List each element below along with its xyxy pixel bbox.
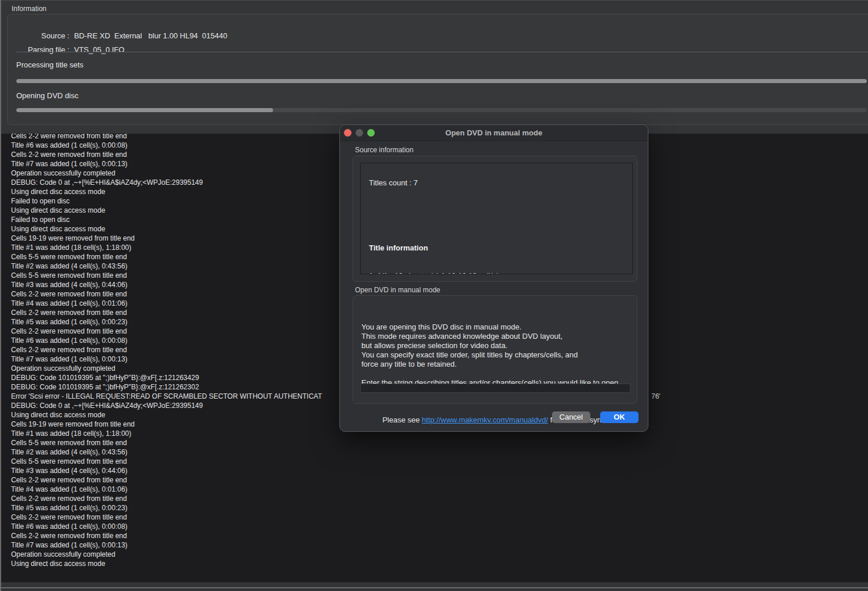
minimize-icon[interactable] (356, 129, 363, 137)
source-information-textbox[interactable]: Titles count : 7 Title information 1: 1/… (360, 163, 633, 274)
log-line: Title #6 was added (1 cell(s), 0:00:08) (11, 522, 322, 531)
window-left-border (0, 0, 1, 591)
log-line: Title #6 was added (1 cell(s), 0:00:08) (11, 141, 322, 150)
log-line: Operation successfully completed (11, 550, 322, 559)
log-line: DEBUG: Code 0 at ,~+[%E+HI&A$iAZ4dy;<WPJ… (11, 401, 322, 410)
task2-progressbar (16, 108, 867, 112)
log-line: Title #1 was added (18 cell(s), 1:18:00) (11, 243, 322, 252)
log-line: Title #4 was added (1 cell(s), 0:01:06) (11, 299, 322, 308)
log-line: Failed to open disc (11, 215, 322, 224)
log-line: Cells 5-5 were removed from title end (11, 271, 322, 280)
bottom-divider-line (0, 588, 868, 588)
close-icon[interactable] (344, 129, 351, 137)
log-line: Cells 5-5 were removed from title end (11, 457, 322, 466)
task1-progressbar (16, 79, 867, 83)
log-line: Cells 2-2 were removed from title end (11, 494, 322, 503)
log-line: Failed to open disc (11, 196, 322, 206)
log-line: Cells 2-2 were removed from title end (11, 150, 322, 159)
open-dvd-manual-mode-dialog: Open DVD in manual mode Source informati… (339, 124, 648, 432)
titles-count-line: Titles count : 7 (369, 178, 499, 188)
task2-progress-fill (16, 108, 273, 112)
log-line: Title #7 was added (1 cell(s), 0:00:13) (11, 540, 322, 550)
log-line: Using direct disc access mode (11, 410, 322, 420)
dialog-title: Open DVD in manual mode (340, 125, 648, 141)
information-group-label: Information (12, 5, 46, 13)
source-information-groupbox: Titles count : 7 Title information 1: 1/… (353, 156, 637, 282)
manualdvd-syntax-link[interactable]: http://www.makemkv.com/manualdvd/ (422, 416, 548, 424)
task1-label: Processing title sets (16, 60, 84, 69)
log-line: Title #4 was added (1 cell(s), 0:01:06) (11, 485, 322, 494)
log-line: Title #7 was added (1 cell(s), 0:00:13) (11, 159, 322, 169)
manual-mode-text-line: but allows preciese selection for video … (361, 341, 620, 350)
title-lines: 1: 1/1 - 19 chapter(s) 1:18:10 19 cell(s… (369, 271, 499, 274)
log-line: Using direct disc access mode (11, 187, 322, 196)
dialog-titlebar[interactable]: Open DVD in manual mode (340, 125, 648, 141)
cancel-button[interactable]: Cancel (552, 411, 590, 423)
task2-label: Opening DVD disc (16, 91, 78, 100)
log-line: Title #7 was added (1 cell(s), 0:00:13) (11, 354, 322, 364)
manual-mode-text-line: You are opening this DVD disc in manual … (361, 323, 620, 332)
log-line: Title #3 was added (4 cell(s), 0:44:06) (11, 280, 322, 289)
log-line: Using direct disc access mode (11, 224, 322, 234)
manual-mode-text-line: force any title to be retained. (361, 360, 620, 369)
log-line-overflow-fragment: 76' (651, 392, 661, 401)
log-line: Cells 2-2 were removed from title end (11, 345, 322, 354)
log-line: Title #3 was added (4 cell(s), 0:44:06) (11, 466, 322, 475)
log-line: DEBUG: Code 101019395 at ";)bfHyP"B}:@xF… (11, 382, 322, 392)
manual-mode-group-label: Open DVD in manual mode (355, 286, 440, 294)
log-line: Cells 2-2 were removed from title end (11, 513, 322, 522)
zoom-icon[interactable] (367, 129, 375, 137)
app-window: Information Source :BD-RE XD External bl… (0, 0, 868, 591)
log-line: Title #1 was added (18 cell(s), 1:18:00) (11, 429, 322, 438)
log-line: Cells 2-2 were removed from title end (11, 134, 322, 141)
log-line: Cells 19-19 were removed from title end (11, 234, 322, 243)
log-lines: Cells 2-2 were removed from title endTit… (11, 134, 322, 568)
log-line: Title #2 was added (4 cell(s), 0:43:56) (11, 447, 322, 457)
ok-button[interactable]: OK (600, 411, 639, 423)
log-line: Using direct disc access mode (11, 206, 322, 215)
log-line: Title #5 was added (1 cell(s), 0:00:23) (11, 503, 322, 513)
manual-mode-body-lines: You are opening this DVD disc in manual … (361, 323, 620, 388)
manual-mode-text-line: This mode requires advanced knowledge ab… (361, 332, 620, 341)
parsing-file-value: VTS_05_0.IFO (74, 45, 124, 54)
manual-mode-text-line (361, 369, 620, 378)
log-line: Title #6 was added (1 cell(s), 0:00:08) (11, 336, 322, 345)
title-string-input[interactable] (360, 384, 630, 393)
log-line: Cells 2-2 were removed from title end (11, 289, 322, 299)
log-line: Error 'Scsi error - ILLEGAL REQUEST:READ… (11, 392, 322, 401)
title-information-header: Title information (369, 243, 499, 253)
log-line: Cells 2-2 were removed from title end (11, 475, 322, 485)
source-information-text: Titles count : 7 Title information 1: 1/… (369, 163, 499, 274)
link-line-prefix: Please see (382, 416, 422, 424)
manual-mode-groupbox: You are opening this DVD disc in manual … (353, 295, 637, 404)
log-line: Cells 2-2 were removed from title end (11, 531, 322, 540)
manual-mode-text-line: You can specify exact title order, split… (361, 350, 620, 360)
bottom-status-strip (0, 582, 868, 591)
log-line: Cells 5-5 were removed from title end (11, 252, 322, 262)
log-line: Using direct disc access mode (11, 559, 322, 568)
log-line: Cells 2-2 were removed from title end (11, 308, 322, 317)
parsing-file-label: Parsing file : (24, 45, 69, 54)
window-top-border (0, 0, 868, 1)
log-line: DEBUG: Code 101019395 at ";)bfHyP"B}:@xF… (11, 373, 322, 382)
source-information-group-label: Source information (355, 146, 414, 154)
log-line: Cells 19-19 were removed from title end (11, 420, 322, 429)
log-line: Operation successfully completed (11, 364, 322, 373)
log-line: Title #5 was added (1 cell(s), 0:00:23) (11, 317, 322, 327)
title-info-line: 1: 1/1 - 19 chapter(s) 1:18:10 19 cell(s… (369, 271, 499, 274)
parsing-file-row: Parsing file :VTS_05_0.IFO (16, 37, 124, 63)
log-line: DEBUG: Code 0 at ,~+[%E+HI&A$iAZ4dy;<WPJ… (11, 178, 322, 187)
log-line: Operation successfully completed (11, 169, 322, 178)
info-separator (16, 52, 868, 52)
task1-progress-fill (16, 79, 867, 83)
log-line: Cells 5-5 were removed from title end (11, 438, 322, 447)
spacer (369, 206, 499, 225)
log-line: Title #2 was added (4 cell(s), 0:43:56) (11, 262, 322, 271)
log-line: Cells 2-2 were removed from title end (11, 327, 322, 336)
